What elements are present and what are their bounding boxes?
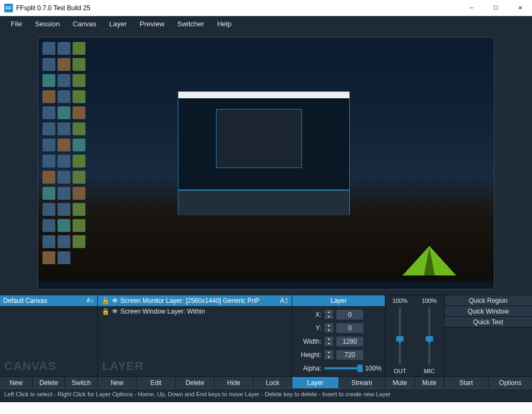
menu-help[interactable]: Help: [211, 17, 238, 31]
x-value[interactable]: 0: [336, 310, 363, 319]
canvas-header[interactable]: Default Canvas A𝙸: [0, 295, 97, 306]
recursive-preview-window: [178, 91, 350, 215]
close-button[interactable]: ✕: [508, 0, 532, 16]
menu-file[interactable]: File: [4, 17, 28, 31]
prop-width-row: Width: ▲▼ 1280: [296, 336, 382, 347]
bottom-panel: Default Canvas A𝙸 CANVAS New Delete Swit…: [0, 295, 532, 402]
tab-stream[interactable]: Stream: [339, 377, 385, 388]
layer-edit-button[interactable]: Edit: [136, 377, 175, 388]
mic-label: MIC: [424, 368, 435, 374]
tent-image: [397, 241, 462, 278]
eye-icon[interactable]: 👁: [110, 308, 120, 315]
app-icon: FF: [4, 4, 13, 12]
audio-out-channel: 100% OUT: [385, 295, 415, 376]
properties-column: Layer X: ▲▼ 0 Y: ▲▼ 0 Width: ▲▼ 1280: [292, 295, 385, 388]
canvas-delete-button[interactable]: Delete: [33, 377, 66, 388]
menu-layer[interactable]: Layer: [103, 17, 133, 31]
layer-hide-button[interactable]: Hide: [214, 377, 253, 388]
x-spinner[interactable]: ▲▼: [325, 310, 333, 319]
height-value[interactable]: 720: [336, 350, 363, 360]
properties-header: Layer: [292, 295, 385, 306]
audio-mic-channel: 100% MIC: [415, 295, 444, 376]
quick-window-button[interactable]: Quick Window: [444, 306, 532, 317]
prop-height-row: Height: ▲▼ 720: [296, 350, 382, 360]
menu-preview[interactable]: Preview: [133, 17, 171, 31]
quick-region-button[interactable]: Quick Region: [444, 295, 532, 306]
layer-row-1[interactable]: 🔒 👁 Screen Window Layer: Within: [98, 306, 292, 317]
menu-switcher[interactable]: Switcher: [171, 17, 211, 31]
start-button[interactable]: Start: [444, 377, 488, 388]
prop-y-row: Y: ▲▼ 0: [296, 323, 382, 333]
minimize-button[interactable]: ─: [459, 0, 484, 16]
window-title: FFsplit 0.7.0 Test Build 25: [16, 4, 459, 12]
canvas-new-button[interactable]: New: [0, 377, 33, 388]
prop-x-row: X: ▲▼ 0: [296, 309, 382, 320]
out-label: OUT: [394, 368, 406, 374]
eye-icon[interactable]: 👁: [110, 297, 120, 304]
preview-canvas[interactable]: [38, 37, 494, 289]
quick-column: Quick Region Quick Window Quick Text Sta…: [444, 295, 532, 388]
preview-area: [0, 31, 532, 295]
desktop-icons: [42, 42, 87, 267]
width-label: Width:: [296, 338, 321, 345]
width-value[interactable]: 1280: [336, 337, 363, 346]
mic-percent: 100%: [422, 297, 437, 304]
layer-label-1: Screen Window Layer: Within: [120, 308, 289, 315]
menu-session[interactable]: Session: [28, 17, 66, 31]
y-label: Y:: [296, 324, 321, 332]
x-label: X:: [296, 311, 321, 318]
tab-layer[interactable]: Layer: [292, 377, 339, 388]
canvas-name: Default Canvas: [3, 297, 85, 304]
lock-icon[interactable]: 🔒: [101, 308, 110, 315]
quick-text-button[interactable]: Quick Text: [444, 317, 532, 328]
audio-column: 100% OUT 100% MIC Mute Mute: [385, 295, 444, 388]
canvas-column: Default Canvas A𝙸 CANVAS New Delete Swit…: [0, 295, 98, 388]
mute-mic-button[interactable]: Mute: [415, 377, 444, 388]
canvas-watermark: CANVAS: [4, 359, 56, 373]
alpha-label: Alpha:: [296, 365, 321, 372]
height-spinner[interactable]: ▲▼: [325, 350, 333, 360]
out-slider[interactable]: [399, 307, 401, 365]
status-bar: Left Click to select - Right Click for L…: [0, 388, 532, 399]
alpha-percent: 100%: [365, 365, 382, 372]
alpha-slider[interactable]: [325, 367, 362, 369]
mute-out-button[interactable]: Mute: [385, 377, 415, 388]
height-label: Height:: [296, 351, 321, 359]
menubar: File Session Canvas Layer Preview Switch…: [0, 16, 532, 31]
layer-row-0[interactable]: 🔓 👁 Screen Monitor Layer: [2560x1440] Ge…: [98, 295, 292, 306]
canvas-switch-button[interactable]: Switch: [65, 377, 97, 388]
layer-delete-button[interactable]: Delete: [176, 377, 214, 388]
inner-taskbar: [38, 281, 494, 289]
rename-icon[interactable]: A𝙸: [87, 297, 94, 304]
options-button[interactable]: Options: [488, 377, 532, 388]
titlebar: FF FFsplit 0.7.0 Test Build 25 ─ ☐ ✕: [0, 0, 532, 16]
layer-column: 🔓 👁 Screen Monitor Layer: [2560x1440] Ge…: [98, 295, 292, 388]
layer-label-0: Screen Monitor Layer: [2560x1440] Generi…: [120, 297, 280, 304]
mic-slider[interactable]: [428, 307, 430, 365]
prop-alpha-row: Alpha: 100%: [296, 363, 382, 374]
out-percent: 100%: [392, 297, 407, 304]
layer-lock-button[interactable]: Lock: [254, 377, 292, 388]
menu-canvas[interactable]: Canvas: [66, 17, 103, 31]
width-spinner[interactable]: ▲▼: [325, 337, 333, 346]
layer-new-button[interactable]: New: [98, 377, 136, 388]
unlock-icon[interactable]: 🔓: [101, 297, 110, 304]
y-value[interactable]: 0: [336, 323, 363, 333]
rename-icon[interactable]: A𝙸: [280, 297, 289, 304]
layer-watermark: LAYER: [102, 359, 144, 373]
maximize-button[interactable]: ☐: [484, 0, 508, 16]
y-spinner[interactable]: ▲▼: [325, 323, 333, 333]
status-text: Left Click to select - Right Click for L…: [4, 391, 391, 397]
